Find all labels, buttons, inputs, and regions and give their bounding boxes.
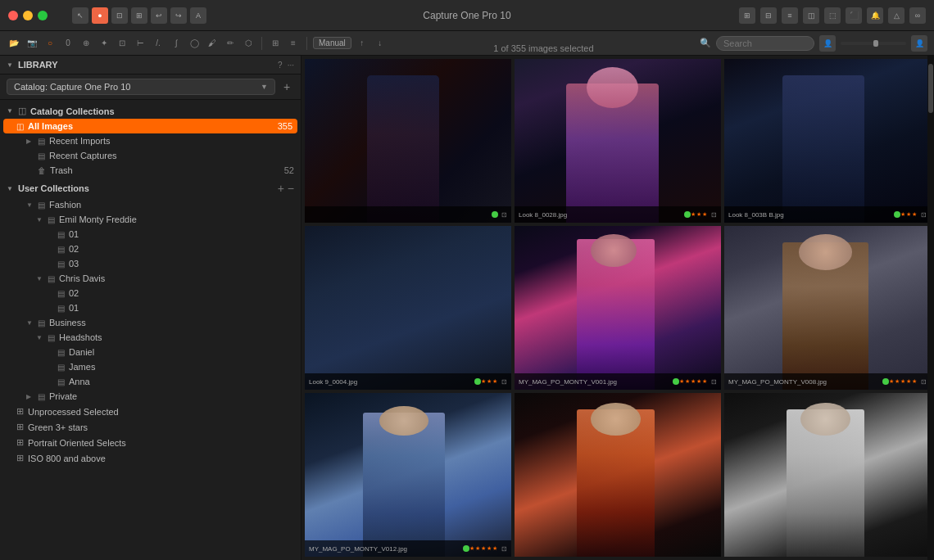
dropdown-chevron: ▼ bbox=[261, 83, 268, 91]
sidebar-item-iso-800[interactable]: ⊞ ISO 800 and above bbox=[0, 450, 301, 466]
sidebar-item-folder-02a[interactable]: ▶ ▤ 02 bbox=[0, 242, 301, 256]
tool-adjust3[interactable]: ⊢ bbox=[133, 36, 147, 51]
image-cell-9[interactable] bbox=[724, 393, 931, 557]
catalog-dropdown[interactable]: Catalog: Capture One Pro 10 ▼ bbox=[7, 79, 275, 95]
tool-o[interactable]: ○ bbox=[43, 36, 57, 51]
sidebar-item-folder-01a[interactable]: ▶ ▤ 01 bbox=[0, 227, 301, 242]
tool-copy[interactable]: ⊡ bbox=[111, 7, 128, 24]
image-cell-3[interactable]: Look 8_003B B.jpg ★★★ ⊡ bbox=[724, 59, 931, 223]
mode-badge[interactable]: Manual bbox=[313, 37, 351, 49]
emf-chevron: ▼ bbox=[36, 216, 44, 224]
sidebar-item-james[interactable]: ▶ ▤ James bbox=[0, 359, 301, 374]
tool-pen[interactable]: ✏ bbox=[223, 36, 238, 51]
tool-view2[interactable]: ⊟ bbox=[760, 7, 777, 24]
sidebar-item-private[interactable]: ▶ ▤ Private bbox=[0, 389, 301, 404]
tool-adjust6[interactable]: ◯ bbox=[187, 36, 202, 51]
close-button[interactable] bbox=[8, 11, 18, 20]
tool-text[interactable]: A bbox=[190, 7, 206, 24]
image-cell-1[interactable]: ⊡ bbox=[305, 59, 511, 223]
cell-dot-5 bbox=[673, 378, 679, 385]
sidebar-item-recent-captures[interactable]: ▶ ▤ Recent Captures bbox=[0, 148, 301, 163]
zoom-slider[interactable] bbox=[841, 42, 906, 45]
image-cell-6[interactable]: MY_MAG_PO_MONTY_V008.jpg ★★★★★ ⊡ bbox=[724, 226, 931, 390]
tool-list[interactable]: ≡ bbox=[286, 36, 301, 51]
sidebar-item-fashion[interactable]: ▼ ▤ Fashion bbox=[0, 197, 301, 212]
tool-tag[interactable]: 0 bbox=[61, 36, 75, 51]
sidebar-item-green-3-stars[interactable]: ⊞ Green 3+ stars bbox=[0, 419, 301, 435]
image-cell-2[interactable]: Look 8_0028.jpg ★★★ ⊡ bbox=[515, 59, 721, 223]
tool-view6[interactable]: ⬛ bbox=[846, 7, 862, 24]
user-collections-remove[interactable]: − bbox=[288, 182, 294, 195]
tool-paste[interactable]: ⊞ bbox=[131, 7, 147, 24]
tool-adjust1[interactable]: ✦ bbox=[97, 36, 111, 51]
unprocessed-icon: ⊞ bbox=[16, 406, 24, 417]
tool-sort-desc[interactable]: ↓ bbox=[373, 36, 388, 51]
catalog-collections-chevron: ▼ bbox=[7, 107, 15, 115]
user-collections-label: User Collections bbox=[18, 183, 278, 193]
image-cell-5[interactable]: MY_MAG_PO_MONTY_V001.jpg ★★★★★ ⊡ bbox=[515, 226, 721, 390]
sidebar-item-anna[interactable]: ▶ ▤ Anna bbox=[0, 374, 301, 389]
tool-more1[interactable]: 🔔 bbox=[867, 7, 883, 24]
scrollbar-thumb[interactable] bbox=[928, 64, 933, 113]
tool-adjust2[interactable]: ⊡ bbox=[115, 36, 129, 51]
tool-capture-icon[interactable]: 📷 bbox=[25, 36, 39, 51]
tool-grid[interactable]: ⊞ bbox=[268, 36, 283, 51]
tool-adjust4[interactable]: /. bbox=[151, 36, 165, 51]
tool-cursor[interactable]: ↖ bbox=[72, 7, 88, 24]
user-icon-2[interactable]: 👤 bbox=[911, 35, 927, 52]
tool-more2[interactable]: △ bbox=[888, 7, 905, 24]
sidebar-item-daniel[interactable]: ▶ ▤ Daniel bbox=[0, 345, 301, 359]
sidebar-item-folder-03[interactable]: ▶ ▤ 03 bbox=[0, 256, 301, 271]
catalog-collections-header[interactable]: ▼ ◫ Catalog Collections bbox=[0, 103, 301, 119]
tool-undo[interactable]: ↩ bbox=[151, 7, 167, 24]
tool-view5[interactable]: ⬚ bbox=[824, 7, 841, 24]
tool-sort-asc[interactable]: ↑ bbox=[355, 36, 370, 51]
sidebar-item-business[interactable]: ▼ ▤ Business bbox=[0, 315, 301, 330]
image-cell-7[interactable]: MY_MAG_PO_MONTY_V012.jpg ★★★★★ ⊡ bbox=[305, 393, 511, 557]
separator-2 bbox=[306, 37, 307, 50]
sidebar-item-all-images[interactable]: ◫ All Images 355 bbox=[3, 119, 297, 133]
sidebar-item-headshots[interactable]: ▼ ▤ Headshots bbox=[0, 330, 301, 345]
sidebar-item-emil-monty-freddie[interactable]: ▼ ▤ Emil Monty Freddie bbox=[0, 212, 301, 227]
sidebar-item-folder-02b[interactable]: ▶ ▤ 02 bbox=[0, 286, 301, 300]
sidebar-item-unprocessed-selected[interactable]: ⊞ Unprocessed Selected bbox=[0, 404, 301, 419]
sidebar-collapse-chevron[interactable]: ▼ bbox=[7, 61, 15, 69]
sidebar-item-portrait-oriented-selects[interactable]: ⊞ Portrait Oriented Selects bbox=[0, 435, 301, 450]
user-collections-add[interactable]: + bbox=[278, 182, 284, 195]
user-icon[interactable]: 👤 bbox=[819, 35, 836, 52]
tool-crop[interactable]: ⊕ bbox=[79, 36, 93, 51]
image-cell-8[interactable] bbox=[515, 393, 721, 557]
user-collections-actions: + − bbox=[278, 182, 294, 195]
sidebar-more-icon[interactable]: ··· bbox=[288, 61, 294, 70]
sidebar-item-recent-imports[interactable]: ▶ ▤ Recent Imports bbox=[0, 133, 301, 148]
tool-redo[interactable]: ↪ bbox=[170, 7, 187, 24]
tool-brush[interactable]: 🖌 bbox=[205, 36, 220, 51]
user-collections-header[interactable]: ▼ User Collections + − bbox=[0, 179, 301, 197]
image-cell-4[interactable]: Look 9_0004.jpg ★★★ ⊡ bbox=[305, 226, 511, 390]
sidebar-title: LIBRARY bbox=[18, 60, 278, 70]
fullscreen-button[interactable] bbox=[38, 11, 48, 20]
search-input[interactable] bbox=[716, 36, 814, 51]
tool-shape[interactable]: ⬡ bbox=[241, 36, 256, 51]
content-scrollbar[interactable] bbox=[927, 56, 934, 560]
tool-adjust5[interactable]: ∫ bbox=[169, 36, 184, 51]
minimize-button[interactable] bbox=[23, 11, 33, 20]
cell-overlay-6: MY_MAG_PO_MONTY_V008.jpg ★★★★★ ⊡ bbox=[724, 373, 931, 390]
sidebar-item-chris-davis[interactable]: ▼ ▤ Chris Davis bbox=[0, 271, 301, 286]
sidebar-item-folder-01b[interactable]: ▶ ▤ 01 bbox=[0, 300, 301, 315]
sidebar-item-trash[interactable]: ▶ 🗑 Trash 52 bbox=[0, 163, 301, 178]
iso800-icon: ⊞ bbox=[16, 453, 24, 463]
tool-view4[interactable]: ◫ bbox=[803, 7, 819, 24]
catalog-add-button[interactable]: + bbox=[279, 79, 294, 94]
traffic-lights bbox=[8, 11, 48, 20]
sidebar-help-icon[interactable]: ? bbox=[278, 61, 283, 70]
cell-dot-6 bbox=[882, 378, 889, 385]
tool-view3[interactable]: ≡ bbox=[782, 7, 798, 24]
tool-library-icon[interactable]: 📂 bbox=[7, 36, 21, 51]
tool-color[interactable]: ● bbox=[92, 7, 108, 24]
all-images-icon: ◫ bbox=[16, 122, 24, 131]
tool-more3[interactable]: ∞ bbox=[909, 7, 926, 24]
tool-view1[interactable]: ⊞ bbox=[739, 7, 755, 24]
main-layout: ▼ LIBRARY ? ··· Catalog: Capture One Pro… bbox=[0, 56, 934, 560]
headshots-chevron: ▼ bbox=[36, 334, 44, 341]
